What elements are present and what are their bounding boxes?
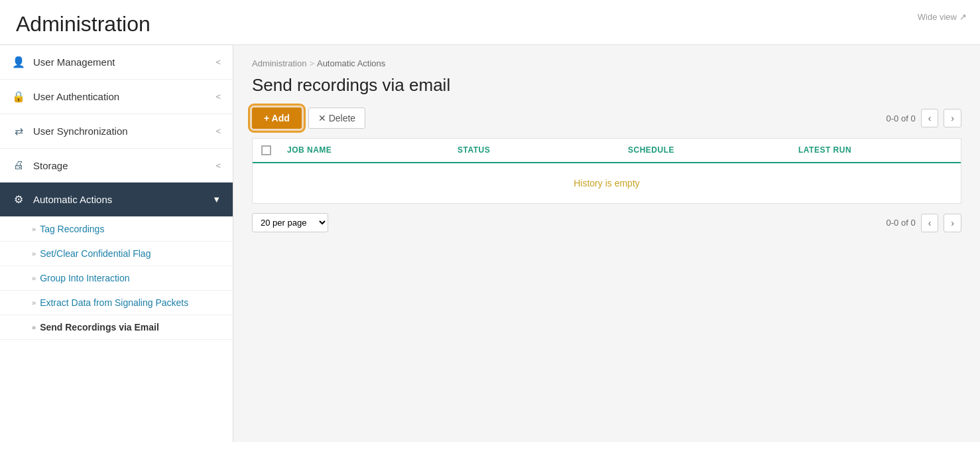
next-page-button-top[interactable]: ›: [944, 109, 961, 127]
sidebar-item-user-management[interactable]: 👤 User Management <: [0, 45, 233, 80]
breadcrumb-separator: >: [309, 58, 314, 68]
breadcrumb-current: Automatic Actions: [317, 58, 385, 68]
user-sync-icon: ⇄: [12, 125, 25, 137]
main-content: Administration > Automatic Actions Send …: [233, 45, 980, 442]
pagination-info-bottom: 0-0 of 0: [887, 218, 916, 228]
pagination-bottom: 0-0 of 0 ‹ ›: [887, 214, 961, 232]
sidebar-subitem-send-recordings-email[interactable]: » Send Recordings via Email: [0, 315, 233, 340]
next-page-button-bottom[interactable]: ›: [944, 214, 961, 232]
sidebar-subitem-set-clear-flag[interactable]: » Set/Clear Confidential Flag: [0, 242, 233, 266]
sidebar-item-automatic-actions[interactable]: ⚙ Automatic Actions ▼: [0, 183, 233, 217]
sidebar-subitem-group-into-interaction[interactable]: » Group Into Interaction: [0, 266, 233, 291]
chevron-icon: <: [215, 126, 221, 136]
sub-arrow-icon: »: [32, 250, 36, 258]
sub-arrow-icon: »: [32, 323, 36, 331]
table-header: JOB NAME STATUS SCHEDULE LATEST RUN: [253, 139, 961, 163]
user-management-icon: 👤: [12, 56, 25, 68]
breadcrumb-parent[interactable]: Administration: [252, 58, 306, 68]
sub-arrow-icon: »: [32, 299, 36, 307]
chevron-icon: <: [215, 57, 221, 67]
automatic-actions-icon: ⚙: [12, 193, 25, 206]
prev-page-button-bottom[interactable]: ‹: [921, 214, 939, 232]
sub-arrow-icon: »: [32, 225, 36, 233]
user-auth-icon: 🔒: [12, 90, 25, 103]
pagination-top: 0-0 of 0 ‹ ›: [887, 109, 961, 127]
col-schedule: SCHEDULE: [620, 145, 790, 155]
page-title: Administration: [16, 12, 151, 36]
sidebar-item-user-authentication[interactable]: 🔒 User Authentication <: [0, 80, 233, 114]
sidebar-subitem-tag-recordings[interactable]: » Tag Recordings: [0, 217, 233, 242]
storage-icon: 🖨: [12, 159, 25, 171]
action-bar-top: + Add ✕ Delete 0-0 of 0 ‹ ›: [252, 108, 961, 129]
col-status: STATUS: [450, 145, 620, 155]
section-title: Send recordings via email: [252, 75, 961, 96]
col-job-name: JOB NAME: [279, 145, 450, 155]
chevron-icon: <: [215, 92, 221, 102]
table-empty-message: History is empty: [253, 163, 961, 203]
sub-arrow-icon: »: [32, 274, 36, 282]
sidebar: 👤 User Management < 🔒 User Authenticatio…: [0, 45, 233, 442]
chevron-icon: <: [215, 161, 221, 171]
select-all-checkbox[interactable]: [261, 145, 271, 155]
sidebar-subitem-extract-data[interactable]: » Extract Data from Signaling Packets: [0, 291, 233, 315]
prev-page-button-top[interactable]: ‹: [921, 109, 939, 127]
expand-icon: ↗: [959, 12, 967, 22]
breadcrumb: Administration > Automatic Actions: [252, 58, 961, 68]
add-button[interactable]: + Add: [252, 108, 302, 129]
col-latest-run: LATEST RUN: [790, 145, 961, 155]
per-page-dropdown[interactable]: 20 per page 50 per page 100 per page: [252, 213, 328, 232]
pagination-info-top: 0-0 of 0: [887, 113, 916, 123]
wide-view-button[interactable]: Wide view ↗: [918, 12, 967, 22]
data-table: JOB NAME STATUS SCHEDULE LATEST RUN Hist…: [252, 138, 961, 204]
delete-button[interactable]: ✕ Delete: [308, 108, 365, 129]
chevron-down-icon: ▼: [212, 194, 221, 204]
sidebar-item-storage[interactable]: 🖨 Storage <: [0, 149, 233, 183]
sidebar-item-user-synchronization[interactable]: ⇄ User Synchronization <: [0, 114, 233, 149]
per-page-selector[interactable]: 20 per page 50 per page 100 per page: [252, 213, 328, 232]
bottom-bar: 20 per page 50 per page 100 per page 0-0…: [252, 213, 961, 232]
page-header: Administration Wide view ↗: [0, 0, 980, 45]
